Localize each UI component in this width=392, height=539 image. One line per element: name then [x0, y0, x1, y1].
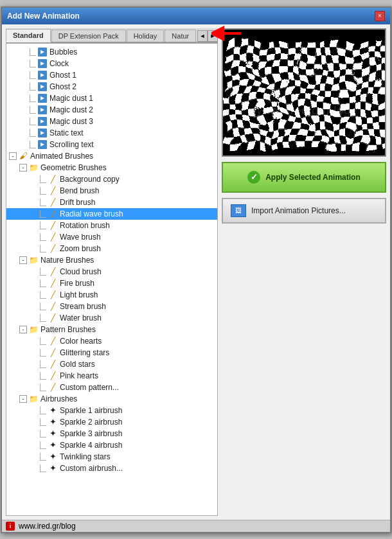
tree-item-label: Drift brush — [60, 198, 95, 207]
connector — [40, 314, 46, 322]
tree-item-label: Sparkle 3 airbrush — [60, 429, 122, 438]
tree-item[interactable]: ╱Pink hearts — [6, 370, 217, 382]
tree-item[interactable]: ✦Sparkle 1 airbrush — [6, 405, 217, 416]
tab-natur[interactable]: Natur — [165, 30, 196, 42]
tree-item-label: Geometric Brushes — [40, 163, 107, 172]
expand-button[interactable]: - — [19, 395, 27, 403]
tree-item[interactable]: ✦Sparkle 4 airbrush — [6, 439, 217, 451]
tree-item[interactable]: ╱Rotation brush — [6, 220, 217, 231]
connector — [40, 464, 46, 472]
tree-item[interactable]: ╱Custom pattern... — [6, 382, 217, 393]
brush-icon: ╱ — [48, 336, 58, 346]
tree-item[interactable]: ✦Twinkling stars — [6, 451, 217, 463]
expand-button[interactable]: - — [19, 326, 27, 333]
tree-item[interactable]: ╱Light brush — [6, 289, 217, 301]
tree-item[interactable]: ╱Radial wave brush — [6, 208, 217, 220]
tree-item[interactable]: ✦Sparkle 2 airbrush — [6, 416, 217, 428]
tab-prev-button[interactable]: ◄ — [197, 30, 208, 42]
tree-item-label: Fire brush — [60, 279, 94, 288]
tree-item[interactable]: ╱Stream brush — [6, 301, 217, 312]
tree-item[interactable]: ╱Gold stars — [6, 358, 217, 370]
airbrush-icon: ✦ — [48, 440, 58, 450]
tab-standard[interactable]: Standard — [6, 29, 51, 42]
tree-item[interactable]: ╱Zoom brush — [6, 243, 217, 254]
check-icon: ✓ — [247, 171, 260, 184]
tree-item[interactable]: ▶Magic dust 3 — [6, 116, 217, 127]
expand-button[interactable]: - — [19, 164, 27, 172]
tree-item[interactable]: ✦Custom airbrush... — [6, 463, 217, 474]
animation-icon: ▶ — [37, 105, 48, 115]
tree-item-label: Sparkle 1 airbrush — [60, 406, 122, 415]
tree-item[interactable]: ╱Glittering stars — [6, 347, 217, 358]
tree-item[interactable]: ▶Ghost 1 — [6, 69, 217, 81]
tree-item-label: Background copy — [60, 175, 120, 184]
brush-icon: ╱ — [48, 313, 58, 323]
tree-item[interactable]: ╱Water brush — [6, 312, 217, 324]
tree-scroll-area[interactable]: ▶Bubbles▶Clock▶Ghost 1▶Ghost 2▶Magic dus… — [6, 44, 217, 515]
tree-item[interactable]: ▶Scrolling text — [6, 139, 217, 150]
tree-item[interactable]: ╱Drift brush — [6, 197, 217, 208]
brush-icon: ╱ — [48, 348, 58, 358]
tree-item[interactable]: ▶Clock — [6, 58, 217, 69]
import-animation-button[interactable]: 🖼 Import Animation Pictures... — [222, 198, 386, 224]
tree-item-label: Gold stars — [60, 360, 95, 369]
animation-icon: ▶ — [37, 139, 48, 150]
brush-icon: ╱ — [48, 290, 58, 300]
tree-item[interactable]: ▶Static text — [6, 127, 217, 139]
connector — [40, 349, 46, 357]
tree-item-label: Magic dust 3 — [49, 117, 93, 126]
tab-holiday[interactable]: Holiday — [127, 30, 165, 42]
tree-item[interactable]: ╱Bend brush — [6, 185, 217, 197]
tree-item[interactable]: ▶Magic dust 2 — [6, 104, 217, 116]
tree-item-label: Static text — [49, 128, 84, 137]
tree-item[interactable]: ▶Magic dust 1 — [6, 93, 217, 104]
animation-icon: ▶ — [37, 47, 48, 57]
tree-item[interactable]: -📁Pattern Brushes — [6, 324, 217, 335]
expand-button[interactable]: - — [9, 152, 17, 160]
animation-icon: ▶ — [37, 70, 48, 80]
tree-item[interactable]: ╱Background copy — [6, 173, 217, 185]
status-icon: i — [6, 522, 15, 531]
tree-item-label: Rotation brush — [60, 221, 110, 230]
tree-item-label: Ghost 1 — [49, 71, 76, 80]
tree-item-label: Stream brush — [60, 302, 106, 311]
brush-icon: ╱ — [48, 278, 58, 288]
connector — [40, 279, 46, 287]
tree-item[interactable]: -📁Geometric Brushes — [6, 162, 217, 173]
airbrush-icon: ✦ — [48, 417, 58, 427]
tree-item[interactable]: ✦Sparkle 3 airbrush — [6, 428, 217, 439]
tree-item[interactable]: ╱Wave brush — [6, 231, 217, 243]
brush-icon: ╱ — [48, 174, 58, 184]
connector — [30, 94, 36, 102]
connector — [40, 268, 46, 276]
expand-button[interactable]: - — [19, 256, 27, 264]
svg-rect-7 — [223, 39, 385, 146]
tree-item[interactable]: ╱Cloud brush — [6, 266, 217, 278]
tree-item[interactable]: -🖌Animated Brushes — [6, 150, 217, 162]
folder-icon: 📁 — [28, 394, 39, 404]
connector — [40, 233, 46, 241]
tree-item[interactable]: ╱Fire brush — [6, 278, 217, 289]
brush-icon: ╱ — [48, 359, 58, 369]
brush-icon: ╱ — [48, 382, 58, 393]
close-button[interactable]: × — [375, 11, 385, 21]
status-url: www.ired.gr/blog — [19, 522, 76, 531]
apply-animation-button[interactable]: ✓ Apply Selected Animation — [222, 162, 386, 193]
import-icon: 🖼 — [231, 204, 246, 217]
animation-tree: ▶Bubbles▶Clock▶Ghost 1▶Ghost 2▶Magic dus… — [6, 43, 218, 516]
connector — [40, 418, 46, 426]
connector — [40, 430, 46, 437]
tab-dp-extension[interactable]: DP Extension Pack — [51, 30, 126, 42]
tree-item[interactable]: ▶Ghost 2 — [6, 81, 217, 93]
tree-item[interactable]: ╱Color hearts — [6, 335, 217, 347]
tree-item[interactable]: ▶Bubbles — [6, 46, 217, 58]
connector — [40, 222, 46, 229]
brush-group-icon: 🖌 — [18, 151, 28, 161]
tree-item[interactable]: -📁Airbrushes — [6, 393, 217, 405]
tree-item[interactable]: -📁Nature Brushes — [6, 254, 217, 266]
connector — [30, 60, 36, 67]
airbrush-icon: ✦ — [48, 463, 58, 473]
connector — [40, 303, 46, 310]
connector — [30, 129, 36, 137]
connector — [40, 210, 46, 218]
